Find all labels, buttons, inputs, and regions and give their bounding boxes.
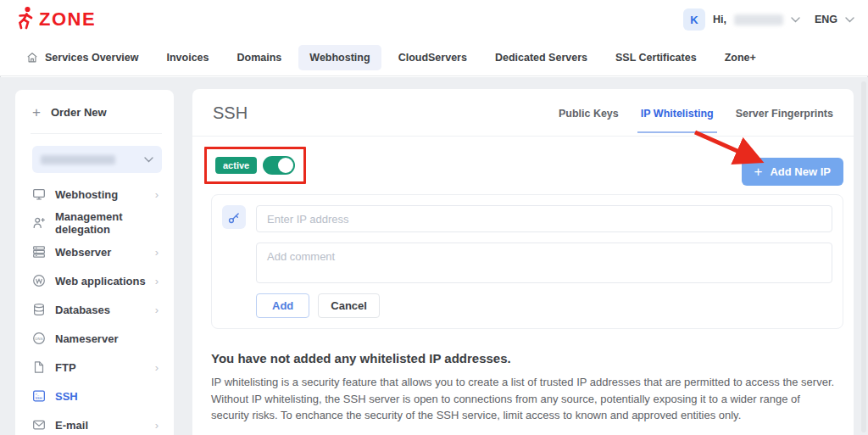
ssh-panel: SSH Public Keys IP Whitelisting Server F… [192,89,854,435]
nav-item-invoices[interactable]: Invoices [156,45,220,70]
selected-service-redacted [41,155,115,165]
svg-text:SSH: SSH [35,396,42,400]
panel-body: active + Add New IP [192,137,854,424]
runner-logo-icon [14,5,36,34]
nav-label: Webhosting [309,52,370,64]
primary-nav: Services Overview Invoices Domains Webho… [0,39,868,76]
key-icon [222,205,246,229]
sidebar-item-nameserver[interactable]: DNS Nameserver [32,324,162,353]
nav-label: Invoices [167,52,209,64]
nav-item-cloudservers[interactable]: CloudServers [387,45,478,70]
user-avatar[interactable]: K [683,8,705,31]
sidebar-item-label: Databases [55,304,110,316]
comment-input[interactable] [256,243,832,283]
sidebar-item-label: E-mail [55,419,88,432]
greeting-text: Hi, [713,14,726,25]
sidebar-item-label: Webhosting [55,188,118,201]
sidebar-item-databases[interactable]: Databases › [32,295,162,324]
plus-icon: + [754,165,763,179]
sidebar-item-ftp[interactable]: FTP › [32,353,162,382]
nav-item-domains[interactable]: Domains [226,45,293,70]
sidebar: + Order New Webhosting › Management dele… [15,90,174,435]
chevron-right-icon: › [155,275,162,287]
empty-state: You have not added any whitelisted IP ad… [211,351,843,424]
envelope-icon [32,418,46,432]
order-new-button[interactable]: + Order New [32,105,162,120]
nav-item-dedicated-servers[interactable]: Dedicated Servers [484,45,598,70]
chevron-right-icon: › [155,361,162,374]
cancel-button[interactable]: Cancel [318,293,380,318]
plus-icon: + [32,105,41,120]
scrollbar[interactable] [861,81,866,432]
content-area: + Order New Webhosting › Management dele… [0,77,868,435]
nav-label: Domains [237,52,282,64]
nav-item-zone-plus[interactable]: Zone+ [714,45,767,70]
annotation-highlight-rectangle: active [204,147,306,184]
add-button[interactable]: Add [256,293,309,318]
file-icon [32,360,46,374]
sidebar-item-label: Web applications [55,275,146,287]
zone-logo[interactable]: ZONE [14,5,96,34]
user-menu-chevron-down-icon[interactable] [791,17,800,23]
sidebar-item-management-delegation[interactable]: Management delegation [32,209,162,237]
empty-state-heading: You have not added any whitelisted IP ad… [211,351,835,365]
tab-server-fingerprints[interactable]: Server Fingerprints [736,108,833,120]
user-plus-icon [32,216,46,230]
order-new-label: Order New [51,106,107,119]
panel-header: SSH Public Keys IP Whitelisting Server F… [192,89,854,137]
service-select-dropdown[interactable] [32,146,162,173]
sidebar-item-web-applications[interactable]: Web applications › [32,266,162,295]
whitelist-toolbar: active + Add New IP [211,147,843,186]
chevron-right-icon: › [155,188,162,201]
user-name-redacted [734,14,783,25]
page-title: SSH [213,103,248,123]
sidebar-item-webhosting[interactable]: Webhosting › [32,180,162,209]
tab-ip-whitelisting[interactable]: IP Whitelisting [641,108,714,120]
sidebar-item-webserver[interactable]: Webserver › [32,237,162,266]
sidebar-menu: Webhosting › Management delegation Webse… [32,180,162,435]
nav-item-webhosting[interactable]: Webhosting [298,45,381,70]
dns-icon: DNS [32,332,46,345]
tab-public-keys[interactable]: Public Keys [559,108,619,120]
whitelisting-toggle[interactable] [263,156,295,175]
ip-address-input[interactable] [256,205,832,232]
sidebar-item-ssh[interactable]: >_SSH SSH [32,382,162,410]
form-actions: Add Cancel [256,293,832,318]
ssh-tabs: Public Keys IP Whitelisting Server Finge… [559,108,833,120]
add-new-ip-button[interactable]: + Add New IP [742,158,843,186]
status-badge: active [215,157,257,174]
empty-state-description: IP whitelisting is a security feature th… [211,374,835,424]
sidebar-item-email[interactable]: E-mail › [32,410,162,435]
language-chevron-down-icon[interactable] [845,17,854,23]
nav-label: Services Overview [45,52,139,64]
user-area: K Hi, ENG [683,8,854,31]
wordpress-icon [32,274,46,287]
nav-item-ssl-certificates[interactable]: SSL Certificates [604,45,708,70]
monitor-icon [32,187,46,201]
chevron-right-icon: › [155,419,162,432]
add-new-ip-label: Add New IP [770,165,831,178]
nav-label: Zone+ [725,52,756,64]
logo-wordmark: ZONE [39,10,96,29]
chevron-down-icon [144,157,153,163]
nav-item-services-overview[interactable]: Services Overview [15,45,150,70]
sidebar-item-label: Webserver [55,246,111,259]
toggle-knob [278,158,293,173]
terminal-icon: >_SSH [32,389,46,403]
language-selector-label[interactable]: ENG [815,14,837,25]
database-icon [32,303,46,316]
sidebar-item-label: Nameserver [55,332,118,345]
top-header: ZONE K Hi, ENG [0,0,868,39]
sidebar-divider [31,133,162,134]
home-icon [26,52,38,64]
svg-text:DNS: DNS [36,337,43,341]
page: ZONE K Hi, ENG Services Overview Invoice… [0,0,868,435]
chevron-right-icon: › [155,304,162,316]
form-fields: Add Cancel [256,205,832,318]
nav-label: SSL Certificates [615,52,697,64]
sidebar-item-label: SSH [55,390,78,403]
server-icon [32,245,46,259]
nav-label: Dedicated Servers [495,52,587,64]
add-ip-form: Add Cancel [211,194,843,329]
sidebar-item-label: FTP [55,361,76,374]
